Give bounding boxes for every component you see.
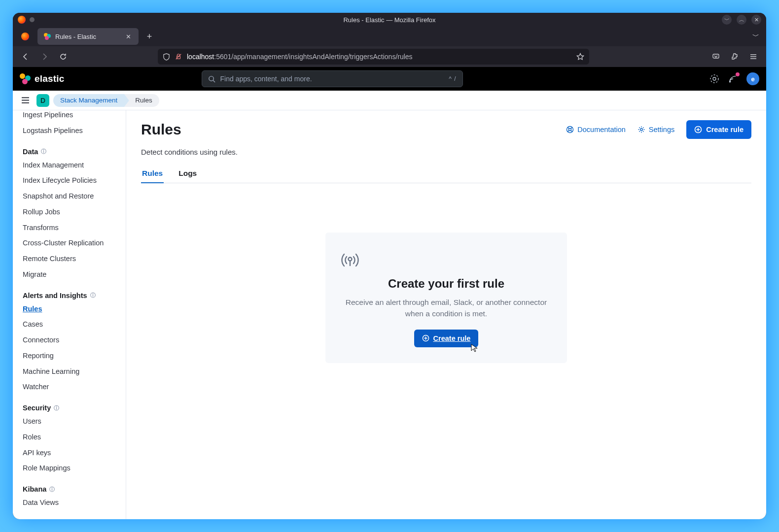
tab-logs[interactable]: Logs xyxy=(177,169,198,183)
page-title: Rules xyxy=(141,121,181,138)
tab-close-button[interactable]: ✕ xyxy=(124,32,133,41)
sidebar-section-alerts: Alerts and Insightsⓘ xyxy=(13,283,126,301)
help-icon[interactable] xyxy=(709,73,720,84)
sidebar-item-rules[interactable]: Rules xyxy=(13,301,126,317)
browser-tab-active[interactable]: Rules - Elastic ✕ xyxy=(37,28,139,45)
tabs-overflow-button[interactable]: ﹀ xyxy=(749,29,762,44)
sidebar-item-transforms[interactable]: Transforms xyxy=(13,220,126,236)
newsfeed-icon[interactable] xyxy=(728,73,739,84)
space-selector[interactable]: D xyxy=(36,94,49,107)
info-icon: ⓘ xyxy=(90,292,96,299)
info-icon: ⓘ xyxy=(54,404,59,412)
firefox-menu-icon[interactable] xyxy=(17,28,34,45)
sidebar-item-ml[interactable]: Machine Learning xyxy=(13,364,126,380)
notification-dot-icon xyxy=(736,72,740,76)
svg-line-20 xyxy=(571,127,572,129)
browser-tabstrip: Rules - Elastic ✕ + ﹀ xyxy=(13,27,766,46)
window-title: Rules - Elastic — Mozilla Firefox xyxy=(343,16,435,24)
svg-line-19 xyxy=(567,127,569,129)
sidebar-item-reporting[interactable]: Reporting xyxy=(13,348,126,364)
sidebar-item-rollup-jobs[interactable]: Rollup Jobs xyxy=(13,204,126,220)
sidebar-section-data: Dataⓘ xyxy=(13,139,126,158)
insecure-lock-icon xyxy=(175,53,182,60)
window-close-button[interactable]: ✕ xyxy=(751,15,761,25)
sidebar-item-ingest-pipelines[interactable]: Ingest Pipelines xyxy=(13,110,126,123)
empty-create-rule-button[interactable]: Create rule xyxy=(414,330,479,347)
sidebar-section-security: Securityⓘ xyxy=(13,395,126,414)
info-icon: ⓘ xyxy=(41,148,46,155)
create-rule-button[interactable]: Create rule xyxy=(686,120,751,139)
tab-rules[interactable]: Rules xyxy=(141,169,164,183)
svg-point-18 xyxy=(569,129,571,131)
empty-create-rule-label: Create rule xyxy=(433,334,471,342)
management-sidebar: Ingest Pipelines Logstash Pipelines Data… xyxy=(13,110,126,519)
nav-forward-button[interactable] xyxy=(36,49,52,65)
documentation-link[interactable]: Documentation xyxy=(566,126,626,133)
lifebuoy-icon xyxy=(566,126,574,133)
settings-label: Settings xyxy=(649,126,674,133)
os-titlebar: Rules - Elastic — Mozilla Firefox ﹀ ︿ ✕ xyxy=(13,13,766,27)
kibana-header: elastic Find apps, content, and more. ^ … xyxy=(13,67,766,91)
sidebar-item-api-keys[interactable]: API keys xyxy=(13,445,126,461)
empty-description: Receive an alert through email, Slack, o… xyxy=(345,297,547,320)
gear-icon xyxy=(637,126,645,133)
nav-toggle-button[interactable] xyxy=(18,93,33,108)
sidebar-item-cases[interactable]: Cases xyxy=(13,317,126,332)
user-avatar[interactable]: e xyxy=(746,72,759,85)
sidebar-item-role-mappings[interactable]: Role Mappings xyxy=(13,461,126,476)
documentation-label: Documentation xyxy=(577,126,626,133)
content-tabs: Rules Logs xyxy=(141,169,751,183)
breadcrumb-stack-management[interactable]: Stack Management xyxy=(53,94,124,107)
shield-icon xyxy=(163,53,170,61)
url-port: :5601 xyxy=(214,53,231,61)
elastic-logo[interactable]: elastic xyxy=(20,73,65,84)
breadcrumb-rules: Rules xyxy=(124,94,159,107)
sidebar-section-kibana: Kibanaⓘ xyxy=(13,476,126,495)
extensions-button[interactable] xyxy=(727,49,743,65)
firefox-icon xyxy=(18,16,26,24)
main-content: Rules Documentation xyxy=(126,110,766,519)
sidebar-item-index-management[interactable]: Index Management xyxy=(13,158,126,173)
sidebar-item-connectors[interactable]: Connectors xyxy=(13,332,126,348)
mouse-cursor-icon xyxy=(470,343,479,352)
svg-line-21 xyxy=(567,131,569,132)
sidebar-item-watcher[interactable]: Watcher xyxy=(13,379,126,395)
sidebar-item-snapshot-restore[interactable]: Snapshot and Restore xyxy=(13,189,126,204)
breadcrumb: Stack Management Rules xyxy=(53,94,159,107)
space-letter: D xyxy=(40,97,45,104)
sidebar-item-ccr[interactable]: Cross-Cluster Replication xyxy=(13,235,126,251)
empty-title: Create your first rule xyxy=(339,277,553,291)
address-bar[interactable]: localhost :5601 /app/management/insights… xyxy=(158,49,589,65)
pocket-button[interactable] xyxy=(708,49,724,65)
settings-link[interactable]: Settings xyxy=(637,126,674,133)
sidebar-item-roles[interactable]: Roles xyxy=(13,430,126,445)
sidebar-item-users[interactable]: Users xyxy=(13,414,126,430)
sidebar-item-remote-clusters[interactable]: Remote Clusters xyxy=(13,251,126,267)
new-tab-button[interactable]: + xyxy=(142,30,156,43)
window-dot xyxy=(30,17,35,22)
nav-reload-button[interactable] xyxy=(55,49,71,65)
global-search-input[interactable]: Find apps, content, and more. ^ / xyxy=(202,70,463,87)
window-maximize-button[interactable]: ︿ xyxy=(737,15,746,25)
bookmark-star-button[interactable] xyxy=(576,53,584,61)
sidebar-item-logstash-pipelines[interactable]: Logstash Pipelines xyxy=(13,123,126,139)
url-path: /app/management/insightsAndAlerting/trig… xyxy=(231,53,412,61)
empty-state-card: Create your first rule Receive an alert … xyxy=(325,233,567,363)
sidebar-item-migrate[interactable]: Migrate xyxy=(13,267,126,283)
svg-point-11 xyxy=(710,75,718,83)
info-icon: ⓘ xyxy=(49,486,55,493)
svg-point-9 xyxy=(209,76,213,80)
create-rule-label: Create rule xyxy=(706,126,744,133)
app-menu-button[interactable] xyxy=(745,49,761,65)
nav-back-button[interactable] xyxy=(18,49,34,65)
svg-point-13 xyxy=(730,81,731,83)
svg-point-12 xyxy=(713,77,716,80)
elastic-favicon-icon xyxy=(43,33,51,40)
search-icon xyxy=(208,75,215,83)
elastic-brand-text: elastic xyxy=(35,73,65,84)
sidebar-item-data-views[interactable]: Data Views xyxy=(13,495,126,511)
search-shortcut-hint: ^ / xyxy=(449,75,456,82)
svg-point-2 xyxy=(45,36,49,40)
sidebar-item-ilm[interactable]: Index Lifecycle Policies xyxy=(13,173,126,189)
window-minimize-button[interactable]: ﹀ xyxy=(722,15,732,25)
